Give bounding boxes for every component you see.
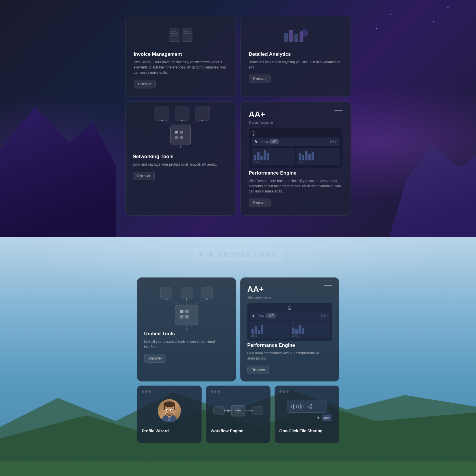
inp-badge-bottom: INP — [266, 313, 276, 318]
bottom-section: ★ ★ ANYUSJ.COM© — [0, 237, 476, 476]
minimize-icon-bottom[interactable] — [324, 285, 332, 286]
invoice-management-card: Invoice Management With Bento, users hav… — [125, 16, 236, 97]
chart-bars-bottom-left — [251, 322, 287, 334]
detailed-analytics-desc: Bento lets you adjust anything you like,… — [249, 60, 342, 70]
svg-rect-7 — [284, 33, 288, 42]
svg-line-91 — [309, 407, 311, 408]
svg-rect-41 — [180, 315, 183, 318]
watermark-text: ★ ANYUSJ.COM© — [208, 251, 277, 258]
svg-rect-71 — [213, 407, 224, 415]
svg-point-50 — [206, 298, 208, 300]
workflow-engine-card: Workflow Engine — [206, 386, 271, 443]
svg-line-20 — [162, 121, 175, 125]
svg-rect-4 — [182, 29, 192, 42]
svg-rect-14 — [195, 106, 210, 121]
file-sharing-illustration: Artur — [279, 396, 334, 425]
cursor-icon-bottom — [252, 314, 255, 318]
svg-rect-19 — [180, 136, 183, 139]
unified-tools-discover-button[interactable]: Discover — [144, 354, 166, 363]
svg-rect-62 — [174, 404, 175, 410]
minimize-icon[interactable] — [334, 110, 342, 111]
svg-point-24 — [181, 120, 183, 121]
svg-rect-1 — [171, 32, 176, 32]
networking-tools-title: Networking Tools — [133, 154, 229, 160]
svg-rect-35 — [160, 288, 172, 299]
performance-engine-title-bottom: Performance Engine — [247, 342, 332, 348]
performance-engine-bottom-card: AA+ Site performance — [240, 277, 339, 381]
svg-point-68 — [172, 410, 172, 410]
performance-engine-title-top: Performance Engine — [249, 170, 342, 176]
svg-point-49 — [186, 298, 187, 300]
svg-rect-12 — [155, 106, 169, 121]
share-icon — [307, 404, 312, 409]
svg-point-69 — [168, 411, 170, 412]
watermark: ★ ★ ANYUSJ.COM© — [192, 249, 283, 261]
svg-rect-85 — [301, 405, 302, 408]
svg-rect-80 — [293, 404, 294, 409]
svg-point-88 — [308, 406, 309, 408]
svg-point-28 — [252, 131, 255, 134]
aa-plus-score-bottom: AA+ — [247, 285, 264, 294]
svg-rect-5 — [184, 32, 189, 32]
bottom-cards-grid: Unified Tools Link all your essential to… — [137, 277, 339, 443]
aa-plus-header: AA+ — [249, 110, 342, 119]
analytics-discover-button[interactable]: Discover — [249, 75, 271, 83]
svg-point-25 — [201, 120, 203, 121]
svg-rect-86 — [303, 406, 304, 407]
svg-rect-76 — [252, 407, 263, 415]
svg-point-89 — [310, 408, 312, 409]
performance-discover-button-top[interactable]: Discover — [249, 199, 271, 207]
svg-point-67 — [168, 410, 168, 410]
svg-rect-42 — [185, 315, 188, 318]
card-dots-profile — [142, 390, 197, 393]
svg-marker-78 — [224, 410, 226, 412]
svg-rect-39 — [180, 310, 183, 313]
file-sharing-title: One-Click File Sharing — [279, 429, 334, 433]
detailed-analytics-title: Detailed Analytics — [249, 51, 342, 57]
cursor-icon-file — [317, 416, 321, 419]
svg-rect-36 — [181, 288, 192, 299]
svg-rect-3 — [171, 35, 176, 36]
svg-point-87 — [310, 405, 312, 406]
profile-wizard-title: Profile Wizard — [142, 429, 197, 433]
svg-point-23 — [161, 120, 163, 121]
networking-tools-card: Networking Tools Build and manage your p… — [125, 101, 236, 216]
svg-line-90 — [309, 405, 311, 406]
cursor-icon — [255, 140, 259, 144]
svg-rect-61 — [164, 404, 165, 410]
cards-grid-top: Invoice Management With Bento, users hav… — [125, 16, 351, 216]
top-section: Invoice Management With Bento, users hav… — [0, 0, 476, 237]
unified-tools-desc: Link all your essential tools in one str… — [144, 339, 229, 349]
svg-line-43 — [166, 299, 181, 305]
svg-rect-81 — [295, 406, 295, 407]
performance-discover-button-bottom[interactable]: Discover — [247, 366, 270, 374]
workflow-engine-illustration — [211, 396, 266, 425]
unified-tools-illustration — [144, 285, 229, 331]
svg-rect-84 — [300, 404, 301, 409]
chart-bars-left — [254, 149, 292, 160]
unified-tools-card: Unified Tools Link all your essential to… — [137, 277, 236, 381]
card-dots-file — [279, 390, 334, 393]
svg-rect-8 — [289, 30, 293, 42]
networking-discover-button[interactable]: Discover — [133, 172, 155, 180]
chart-bars-right — [299, 149, 337, 160]
performance-engine-desc-top: With Bento, users have the flexibility t… — [249, 178, 342, 194]
artur-label: Artur — [323, 416, 330, 420]
svg-point-11 — [301, 29, 308, 36]
performance-chart-bottom: 4 ms INP 0.8 s — [247, 303, 332, 341]
svg-point-60 — [164, 401, 175, 407]
detailed-analytics-card: Detailed Analytics Bento lets you adjust… — [240, 16, 351, 97]
bottom-top-row: Unified Tools Link all your essential to… — [137, 277, 339, 381]
performance-engine-top-card: AA+ Site performance — [240, 101, 351, 216]
workflow-engine-title: Workflow Engine — [211, 429, 266, 433]
svg-rect-18 — [175, 136, 178, 139]
svg-rect-40 — [185, 310, 188, 313]
invoice-discover-button[interactable]: Discover — [134, 80, 156, 88]
performance-engine-desc-bottom: Dive deep into metrics with our comprehe… — [247, 351, 332, 361]
aa-plus-score: AA+ — [249, 110, 265, 119]
svg-point-51 — [288, 306, 291, 309]
svg-point-48 — [165, 298, 167, 300]
svg-rect-37 — [201, 288, 212, 299]
unified-tools-title: Unified Tools — [144, 331, 229, 337]
site-performance-label: Site performance — [249, 121, 342, 124]
